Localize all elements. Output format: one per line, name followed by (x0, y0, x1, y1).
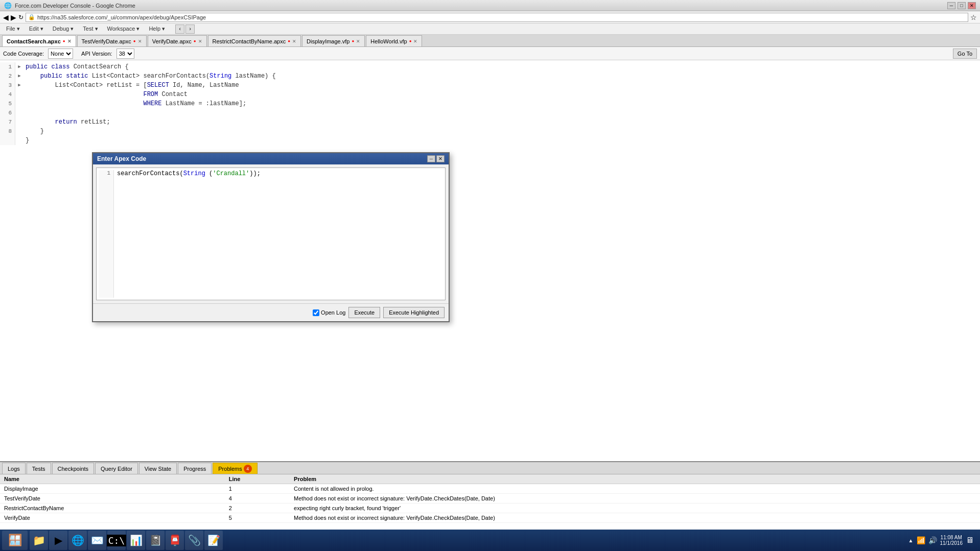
code-line-8: 8 } (0, 127, 980, 136)
title-bar: 🌐 Force.com Developer Console - Google C… (0, 0, 980, 11)
api-label: API Version: (81, 51, 112, 57)
time-text: 11:08 AM (940, 535, 963, 540)
cell-problem: Content is not allowed in prolog. (290, 484, 980, 494)
code-line-3: 3 ▶ List<Contact> retList = [SELECT Id, … (0, 81, 980, 90)
taskbar-app-outlook[interactable]: 📮 (166, 531, 184, 550)
tab-problems-label: Problems (218, 466, 242, 472)
system-clock[interactable]: 11:08 AM 11/1/2016 (940, 535, 963, 546)
window-controls: ─ □ ✕ (947, 2, 976, 9)
col-name-header: Name (0, 474, 225, 484)
close-button[interactable]: ✕ (968, 2, 976, 9)
cell-line: 1 (225, 484, 290, 494)
tab-displayimage[interactable]: DisplayImage.vfp ● ✕ (302, 35, 365, 46)
menu-debug[interactable]: Debug ▾ (49, 25, 78, 33)
taskbar-app-onenote[interactable]: 📓 (146, 531, 165, 550)
forward-button[interactable]: ▶ (11, 13, 16, 21)
table-row[interactable]: RestrictContactByName 2 expecting right … (0, 504, 980, 513)
tab-view-state-label: View State (145, 466, 171, 472)
cell-name: TestVerifyDate (0, 494, 225, 504)
tab-close-icon[interactable]: ✕ (198, 39, 202, 44)
menu-edit[interactable]: Edit ▾ (25, 25, 48, 33)
tab-label: DisplayImage.vfp (307, 38, 349, 44)
code-line-6: 6 (0, 108, 980, 117)
taskbar-app-excel[interactable]: 📊 (127, 531, 145, 550)
tab-close-icon[interactable]: ✕ (138, 39, 142, 44)
tray-expand-icon[interactable]: ▲ (908, 538, 914, 543)
cell-line: 5 (225, 513, 290, 523)
nav-back[interactable]: ‹ (175, 25, 184, 34)
dialog-close-button[interactable]: ✕ (436, 155, 445, 162)
maximize-button[interactable]: □ (958, 2, 966, 9)
tab-close-icon[interactable]: ✕ (413, 39, 417, 44)
tab-modified-dot: ● (194, 39, 196, 43)
open-log-checkbox-label[interactable]: Open Log (313, 309, 345, 316)
tab-restrictcontactbyname[interactable]: RestrictContactByName.apxc ● ✕ (208, 35, 301, 46)
apex-code-content: searchForContacts(String ('Crandall')); (114, 170, 443, 298)
lock-icon: 🔒 (28, 14, 35, 20)
tab-checkpoints[interactable]: Checkpoints (52, 463, 95, 474)
goto-button[interactable]: Go To (953, 49, 977, 59)
minimize-button[interactable]: ─ (947, 2, 955, 9)
execute-highlighted-button[interactable]: Execute Highlighted (383, 307, 445, 318)
taskbar-app-cmd[interactable]: C:\ (107, 531, 126, 550)
nav-forward[interactable]: › (185, 25, 195, 34)
url-box[interactable]: 🔒 https://na35.salesforce.com/_ui/common… (26, 13, 968, 22)
table-row[interactable]: DisplayImage 1 Content is not allowed in… (0, 484, 980, 494)
menu-test[interactable]: Test ▾ (79, 25, 102, 33)
taskbar-app-explorer[interactable]: 📁 (30, 531, 48, 550)
tab-modified-dot: ● (288, 39, 290, 43)
tab-helloworld[interactable]: HelloWorld.vfp ● ✕ (366, 35, 422, 46)
tab-modified-dot: ● (352, 39, 354, 43)
tab-modified-dot: ● (409, 39, 412, 43)
tab-close-icon[interactable]: ✕ (67, 39, 72, 44)
tab-close-icon[interactable]: ✕ (356, 39, 360, 44)
tab-testverifydate[interactable]: TestVerifyDate.apxc ● ✕ (77, 35, 147, 46)
apex-code-textarea[interactable]: 1 searchForContacts(String ('Crandall'))… (96, 167, 446, 300)
toolbar-row: Code Coverage: None API Version: 38 Go T… (0, 47, 980, 60)
apex-line-numbers: 1 (99, 170, 114, 298)
notification-icon[interactable]: 🖥 (966, 536, 974, 545)
menu-workspace[interactable]: Workspace ▾ (103, 25, 144, 33)
tab-modified-dot: ● (63, 39, 65, 43)
tab-view-state[interactable]: View State (139, 463, 177, 474)
code-line-7: 7 return retList; (0, 117, 980, 127)
tab-problems[interactable]: Problems 4 (213, 463, 257, 474)
address-bar: ◀ ▶ ↻ 🔒 https://na35.salesforce.com/_ui/… (0, 11, 980, 23)
menu-file[interactable]: File ▾ (2, 25, 24, 33)
taskbar-app-email[interactable]: ✉️ (88, 531, 106, 550)
menu-help[interactable]: Help ▾ (145, 25, 169, 33)
tab-progress[interactable]: Progress (178, 463, 212, 474)
taskbar-app-powerpoint[interactable]: 📎 (185, 531, 203, 550)
back-button[interactable]: ◀ (3, 13, 9, 21)
tab-query-editor-label: Query Editor (101, 466, 132, 472)
dialog-title-bar: Enter Apex Code ─ ✕ (93, 153, 449, 164)
start-button[interactable]: 🪟 (2, 531, 28, 550)
tab-close-icon[interactable]: ✕ (292, 39, 296, 44)
api-select[interactable]: 38 (116, 49, 134, 59)
table-row[interactable]: VerifyDate 5 Method does not exist or in… (0, 513, 980, 523)
dialog-footer: Open Log Execute Execute Highlighted (93, 303, 449, 321)
url-text: https://na35.salesforce.com/_ui/common/a… (37, 14, 206, 20)
tab-logs[interactable]: Logs (2, 463, 26, 474)
tab-label: ContactSearch.apxc (7, 38, 61, 44)
coverage-select[interactable]: None (48, 49, 73, 59)
execute-button[interactable]: Execute (348, 307, 380, 318)
taskbar-app-word[interactable]: 📝 (204, 531, 223, 550)
tab-query-editor[interactable]: Query Editor (95, 463, 138, 474)
tab-contactsearch[interactable]: ContactSearch.apxc ● ✕ (2, 35, 76, 46)
cell-name: RestrictContactByName (0, 504, 225, 513)
code-line-4: 4 FROM Contact (0, 90, 980, 99)
volume-icon: 🔊 (928, 536, 937, 544)
taskbar-app-chrome[interactable]: 🌐 (68, 531, 87, 550)
main-content: 1 ▶ public class ContactSearch { 2 ▶ pub… (0, 60, 980, 461)
network-icon: 📶 (917, 536, 925, 544)
refresh-button[interactable]: ↻ (18, 14, 24, 21)
open-log-checkbox[interactable] (313, 309, 319, 316)
taskbar-app-media[interactable]: ▶ (49, 531, 67, 550)
tabs-bar: ContactSearch.apxc ● ✕ TestVerifyDate.ap… (0, 35, 980, 47)
tab-tests[interactable]: Tests (27, 463, 51, 474)
star-icon[interactable]: ☆ (970, 13, 977, 21)
tab-verifydate[interactable]: VerifyDate.apxc ● ✕ (148, 35, 207, 46)
dialog-minimize-button[interactable]: ─ (427, 155, 435, 162)
table-row[interactable]: TestVerifyDate 4 Method does not exist o… (0, 494, 980, 504)
